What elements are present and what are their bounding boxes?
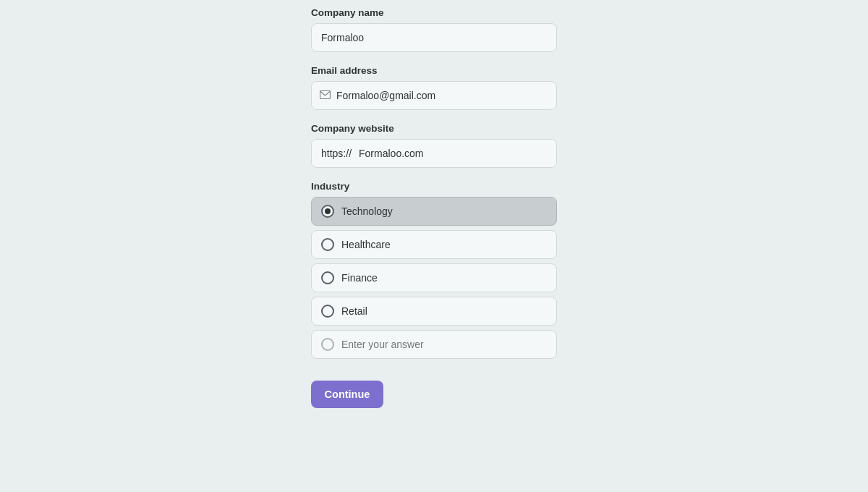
radio-circle-retail	[321, 305, 334, 318]
radio-dot-technology	[325, 208, 331, 214]
continue-button[interactable]: Continue	[311, 381, 383, 408]
url-prefix: https://	[312, 140, 356, 167]
company-name-label: Company name	[311, 7, 557, 18]
other-input[interactable]	[341, 339, 547, 350]
email-input[interactable]	[311, 81, 557, 110]
radio-circle-technology	[321, 205, 334, 218]
website-field: Company website https://	[311, 123, 557, 168]
radio-option-healthcare[interactable]: Healthcare	[311, 230, 557, 259]
radio-label-finance: Finance	[341, 272, 378, 284]
website-label: Company website	[311, 123, 557, 134]
website-input[interactable]	[356, 140, 556, 167]
radio-option-finance[interactable]: Finance	[311, 263, 557, 292]
email-input-wrapper	[311, 81, 557, 110]
radio-option-technology[interactable]: Technology	[311, 197, 557, 226]
radio-label-technology: Technology	[341, 205, 393, 217]
industry-radio-group: Technology Healthcare Finance Retail	[311, 197, 557, 363]
radio-circle-healthcare	[321, 238, 334, 251]
radio-label-healthcare: Healthcare	[341, 239, 391, 250]
email-field: Email address	[311, 65, 557, 110]
radio-circle-other	[321, 338, 334, 351]
radio-option-retail[interactable]: Retail	[311, 297, 557, 326]
email-label: Email address	[311, 65, 557, 76]
company-name-input[interactable]	[311, 23, 557, 52]
industry-field: Industry Technology Healthcare Finance	[311, 181, 557, 363]
radio-option-other[interactable]	[311, 330, 557, 359]
form-container: Company name Email address Company websi…	[311, 0, 557, 408]
radio-circle-finance	[321, 271, 334, 284]
radio-label-retail: Retail	[341, 305, 367, 317]
company-name-field: Company name	[311, 7, 557, 52]
url-input-wrapper: https://	[311, 139, 557, 168]
industry-label: Industry	[311, 181, 557, 192]
